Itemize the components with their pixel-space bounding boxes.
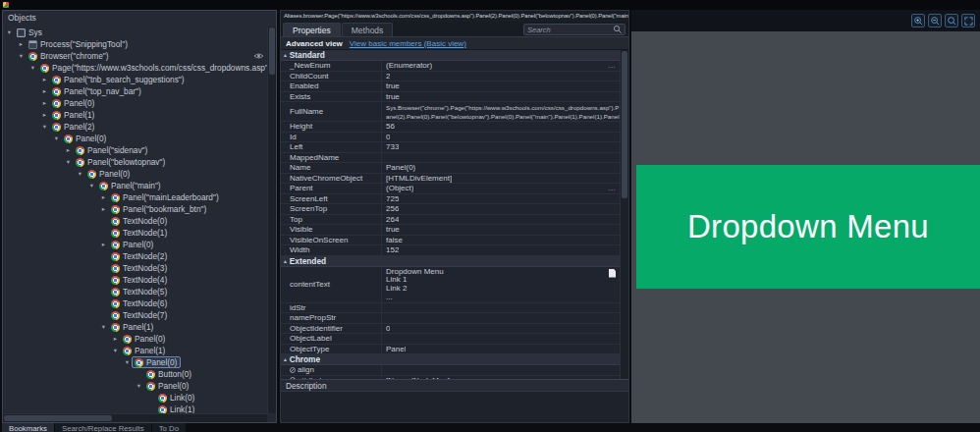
collapse-arrow-icon[interactable]: ▾ — [17, 50, 26, 62]
expand-arrow-icon[interactable]: ▸ — [40, 109, 49, 121]
collapse-arrow-icon[interactable]: ▾ — [64, 156, 73, 168]
property-section-header[interactable]: ▴Extended — [281, 256, 620, 267]
search-input[interactable] — [524, 25, 613, 34]
collapse-arrow-icon[interactable]: ▾ — [99, 321, 108, 333]
tree-item[interactable]: TextNode(0) — [3, 215, 267, 227]
tree-item[interactable]: ▾Panel(0) — [3, 133, 267, 144]
collapse-arrow-icon[interactable]: ▾ — [40, 121, 49, 133]
tab-bookmarks[interactable]: Bookmarks — [2, 423, 54, 432]
property-grid-scrollbar[interactable] — [620, 50, 628, 379]
tree-item[interactable]: Button(0) — [3, 368, 267, 380]
scrollbar-thumb[interactable] — [4, 415, 112, 421]
property-row[interactable]: Enabledtrue — [281, 81, 620, 92]
expand-arrow-icon[interactable]: ▸ — [40, 97, 49, 109]
tree-item[interactable]: ▸Panel("sidenav") — [3, 144, 267, 156]
property-row[interactable]: NativeChromeObject[HTMLDivElement] — [281, 174, 620, 185]
property-row[interactable]: NamePanel(0) — [281, 163, 620, 174]
property-row[interactable]: Height56 — [281, 122, 620, 133]
tree-item[interactable]: ▾Panel(0) — [3, 356, 267, 368]
collapse-arrow-icon[interactable]: ▾ — [28, 62, 37, 74]
objects-tree-horizontal-scrollbar[interactable] — [3, 413, 267, 422]
property-row[interactable]: idStr — [281, 303, 620, 314]
ellipsis-button[interactable]: … — [608, 61, 617, 70]
property-section-header[interactable]: ▴Standard — [281, 50, 620, 61]
tree-item[interactable]: TextNode(3) — [3, 262, 267, 274]
fit-to-screen-icon[interactable] — [961, 14, 975, 27]
tree-item[interactable]: TextNode(1) — [3, 227, 267, 239]
property-row[interactable]: ScreenLeft725 — [281, 194, 620, 205]
property-row[interactable]: attributes[NamedNodeMap] — [281, 376, 620, 380]
tree-item[interactable]: ▸Panel("top_nav_bar") — [3, 85, 267, 97]
tree-item[interactable]: ▸Panel("bookmark_btn") — [3, 203, 267, 215]
tree-item[interactable]: ▾Panel(0) — [3, 380, 267, 392]
property-row[interactable]: ChildCount2 — [281, 72, 620, 82]
property-row[interactable]: contentTextDropdown Menu Link 1 Link 2 .… — [281, 267, 620, 303]
property-row[interactable]: Visibletrue — [281, 225, 620, 236]
collapse-arrow-icon[interactable]: ▾ — [87, 180, 96, 191]
tree-item[interactable]: ▸Panel(1) — [3, 109, 267, 121]
property-row[interactable]: Width152 — [281, 245, 620, 256]
tree-item[interactable]: Link(1) — [3, 404, 267, 413]
tree-item[interactable]: ▾Panel(0) — [3, 168, 267, 180]
zoom-out-icon[interactable] — [928, 14, 942, 27]
document-icon[interactable] — [609, 269, 616, 278]
expand-arrow-icon[interactable]: ▸ — [64, 144, 73, 156]
tree-item[interactable]: ▾Browser("chrome") — [3, 50, 267, 62]
tab-methods[interactable]: Methods — [342, 23, 394, 36]
tree-item[interactable]: ▾Sys — [3, 27, 267, 38]
expand-arrow-icon[interactable]: ▸ — [40, 74, 49, 85]
property-row[interactable]: MappedName — [281, 153, 620, 164]
expand-arrow-icon[interactable]: ▸ — [99, 191, 108, 203]
tree-item[interactable]: ▸Panel(0) — [3, 97, 267, 109]
property-row[interactable]: ObjectIdentifier0 — [281, 324, 620, 335]
property-row[interactable]: Top264 — [281, 215, 620, 226]
tab-properties[interactable]: Properties — [283, 23, 341, 36]
expand-arrow-icon[interactable]: ▸ — [99, 203, 108, 215]
property-section-header[interactable]: ▴Chrome — [281, 354, 620, 365]
ellipsis-button[interactable]: … — [608, 184, 617, 192]
tree-item[interactable]: TextNode(4) — [3, 274, 267, 286]
tree-item[interactable]: ▾Panel(2) — [3, 121, 267, 133]
collapse-arrow-icon[interactable]: ▾ — [76, 168, 84, 180]
property-row[interactable]: ObjectTypePanel — [281, 345, 620, 355]
property-row[interactable]: align — [281, 365, 620, 376]
expand-arrow-icon[interactable]: ▸ — [40, 85, 49, 97]
property-row[interactable]: ScreenTop256 — [281, 204, 620, 215]
zoom-in-icon[interactable] — [911, 14, 925, 27]
collapse-arrow-icon[interactable]: ▾ — [135, 380, 143, 392]
tree-item[interactable]: ▸Process("SnippingTool") — [3, 38, 267, 50]
expand-arrow-icon[interactable]: ▸ — [111, 333, 120, 345]
tree-item[interactable]: ▸Panel("mainLeaderboard") — [3, 191, 267, 203]
expand-arrow-icon[interactable]: ▸ — [99, 239, 108, 250]
highlight-eye-icon[interactable] — [253, 52, 264, 60]
property-row[interactable]: Existstrue — [281, 92, 620, 103]
property-row[interactable]: _NewEnum(Enumerator)… — [281, 61, 620, 72]
property-row[interactable]: Parent(Object)… — [281, 184, 620, 194]
objects-tree-vertical-scrollbar[interactable] — [267, 27, 276, 413]
tree-item[interactable]: TextNode(7) — [3, 309, 267, 321]
property-row[interactable]: ObjectLabel — [281, 334, 620, 345]
collapse-arrow-icon[interactable]: ▾ — [123, 356, 132, 368]
basic-view-link[interactable]: View basic members (Basic view) — [350, 39, 466, 48]
expand-arrow-icon[interactable]: ▸ — [17, 38, 26, 50]
tree-item[interactable]: ▸Panel(0) — [3, 333, 267, 345]
property-row[interactable]: Left733 — [281, 142, 620, 153]
tree-item[interactable]: ▾Panel(1) — [3, 321, 267, 333]
collapse-arrow-icon[interactable]: ▾ — [111, 345, 120, 356]
tab-todo[interactable]: To Do — [152, 423, 186, 432]
tree-item[interactable]: Link(0) — [3, 392, 267, 404]
property-row[interactable]: namePropStr — [281, 313, 620, 324]
tree-item[interactable]: ▾Panel("main") — [3, 180, 267, 191]
property-row[interactable]: Id0 — [281, 133, 620, 143]
tree-item[interactable]: TextNode(5) — [3, 286, 267, 297]
zoom-reset-icon[interactable] — [945, 14, 958, 27]
tree-item[interactable]: ▸Panel(0) — [3, 239, 267, 250]
tab-search-replace-results[interactable]: Search/Replace Results — [55, 423, 151, 432]
tree-item[interactable]: ▾Panel("belowtopnav") — [3, 156, 267, 168]
property-row[interactable]: VisibleOnScreenfalse — [281, 236, 620, 246]
tree-item[interactable]: TextNode(2) — [3, 250, 267, 262]
tree-item[interactable]: ▾Panel(1) — [3, 345, 267, 356]
scrollbar-thumb[interactable] — [269, 27, 275, 75]
tree-item[interactable]: TextNode(6) — [3, 297, 267, 309]
collapse-arrow-icon[interactable]: ▾ — [52, 133, 61, 144]
